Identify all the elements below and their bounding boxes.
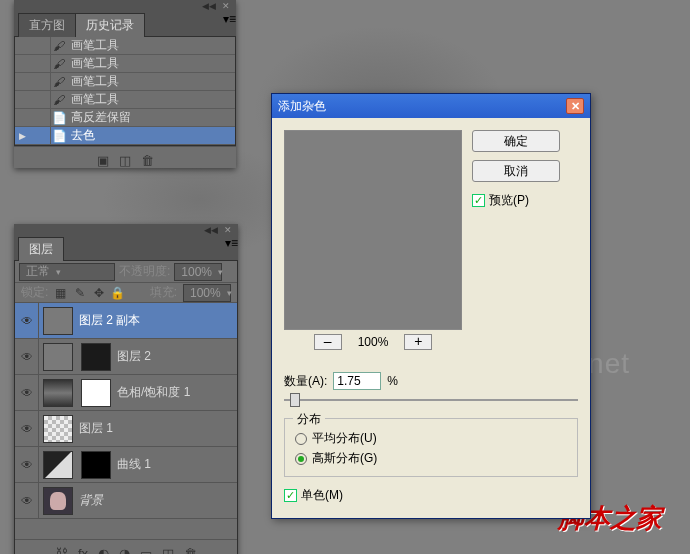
visibility-toggle[interactable]: 👁 bbox=[15, 411, 39, 447]
layer-thumb[interactable] bbox=[81, 451, 111, 479]
layer-thumb[interactable] bbox=[43, 415, 73, 443]
mask-icon[interactable]: ◐ bbox=[98, 546, 109, 554]
layers-footer: ⛓ fx ◐ ◑ ▭ ◫ 🗑 bbox=[15, 539, 237, 554]
new-doc-icon[interactable]: ◫ bbox=[119, 153, 131, 168]
preview-image[interactable] bbox=[284, 130, 462, 330]
layer-label: 图层 2 bbox=[115, 348, 151, 365]
close-icon[interactable]: ✕ bbox=[224, 225, 232, 235]
mono-label: 单色(M) bbox=[301, 487, 343, 504]
ok-button[interactable]: 确定 bbox=[472, 130, 560, 152]
add-noise-dialog: 添加杂色 ✕ – 100% + 确定 取消 ✓ 预览(P) 数量(A): % bbox=[271, 93, 591, 519]
layer-thumb[interactable] bbox=[43, 487, 73, 515]
visibility-toggle[interactable]: 👁 bbox=[15, 303, 39, 339]
history-item-label: 画笔工具 bbox=[67, 73, 119, 90]
history-item[interactable]: 🖌画笔工具 bbox=[15, 73, 235, 91]
tab-histogram[interactable]: 直方图 bbox=[18, 13, 76, 37]
lock-all-icon[interactable]: 🔒 bbox=[111, 286, 124, 299]
history-item-label: 去色 bbox=[67, 127, 95, 144]
layer-thumb[interactable] bbox=[81, 379, 111, 407]
adjustment-icon[interactable]: ◑ bbox=[119, 546, 130, 554]
uniform-radio[interactable] bbox=[295, 433, 307, 445]
zoom-in-button[interactable]: + bbox=[404, 334, 432, 350]
new-layer-icon[interactable]: ◫ bbox=[162, 546, 174, 554]
trash-icon[interactable]: 🗑 bbox=[184, 546, 197, 554]
layer-thumb[interactable] bbox=[43, 307, 73, 335]
distribution-label: 分布 bbox=[293, 411, 325, 428]
cancel-button[interactable]: 取消 bbox=[472, 160, 560, 182]
mono-checkbox[interactable]: ✓ bbox=[284, 489, 297, 502]
opacity-input[interactable]: 100% bbox=[174, 263, 222, 281]
preview-checkbox[interactable]: ✓ bbox=[472, 194, 485, 207]
layer-thumb[interactable] bbox=[43, 379, 73, 407]
layer-label: 曲线 1 bbox=[115, 456, 151, 473]
fx-icon[interactable]: fx bbox=[78, 546, 88, 554]
delete-icon[interactable]: 🗑 bbox=[141, 153, 154, 168]
panel-menu-icon[interactable]: ▾≡ bbox=[225, 236, 238, 260]
layer-thumb[interactable] bbox=[43, 451, 73, 479]
brush-icon: 🖌 bbox=[51, 75, 67, 89]
zoom-out-button[interactable]: – bbox=[314, 334, 342, 350]
amount-slider[interactable] bbox=[284, 392, 578, 408]
new-snapshot-icon[interactable]: ▣ bbox=[97, 153, 109, 168]
layer-row[interactable]: 👁图层 1 bbox=[15, 411, 237, 447]
dialog-title: 添加杂色 bbox=[278, 98, 326, 115]
lock-paint-icon[interactable]: ✎ bbox=[73, 286, 86, 299]
fill-input[interactable]: 100% bbox=[183, 284, 231, 302]
link-icon[interactable]: ⛓ bbox=[55, 546, 68, 554]
layer-row[interactable]: 👁曲线 1 bbox=[15, 447, 237, 483]
collapse-icon[interactable]: ◀◀ bbox=[202, 1, 216, 11]
amount-input[interactable] bbox=[333, 372, 381, 390]
fill-label: 填充: bbox=[150, 284, 177, 301]
uniform-label: 平均分布(U) bbox=[312, 430, 377, 447]
visibility-toggle[interactable]: 👁 bbox=[15, 447, 39, 483]
layer-thumb[interactable] bbox=[81, 343, 111, 371]
layer-row[interactable]: 👁色相/饱和度 1 bbox=[15, 375, 237, 411]
history-item[interactable]: 🖌画笔工具 bbox=[15, 55, 235, 73]
brush-icon: 🖌 bbox=[51, 93, 67, 107]
history-item[interactable]: ▶📄去色 bbox=[15, 127, 235, 145]
zoom-value: 100% bbox=[358, 335, 389, 349]
history-item-label: 画笔工具 bbox=[67, 37, 119, 54]
brush-icon: 🖌 bbox=[51, 57, 67, 71]
layer-label: 图层 1 bbox=[77, 420, 113, 437]
group-icon[interactable]: ▭ bbox=[140, 546, 152, 554]
layers-panel: ◀◀ ✕ 图层 ▾≡ 正常 不透明度: 100% 锁定: ▦ ✎ ✥ 🔒 填充:… bbox=[14, 224, 238, 554]
blend-mode-select[interactable]: 正常 bbox=[19, 263, 115, 281]
layer-thumb[interactable] bbox=[43, 343, 73, 371]
panel-header[interactable]: ◀◀ ✕ bbox=[14, 0, 236, 12]
visibility-toggle[interactable]: 👁 bbox=[15, 339, 39, 375]
lock-trans-icon[interactable]: ▦ bbox=[54, 286, 67, 299]
opacity-label: 不透明度: bbox=[119, 263, 170, 280]
layer-label: 图层 2 副本 bbox=[77, 312, 140, 329]
file-icon: 📄 bbox=[51, 129, 67, 143]
tab-layers[interactable]: 图层 bbox=[18, 237, 64, 261]
panel-header[interactable]: ◀◀ ✕ bbox=[14, 224, 238, 236]
history-item-label: 高反差保留 bbox=[67, 109, 131, 126]
layer-row[interactable]: 👁图层 2 副本 bbox=[15, 303, 237, 339]
preview-checkbox-label: 预览(P) bbox=[489, 192, 529, 209]
layer-label: 色相/饱和度 1 bbox=[115, 384, 190, 401]
dialog-close-button[interactable]: ✕ bbox=[566, 98, 584, 114]
gaussian-radio[interactable] bbox=[295, 453, 307, 465]
layer-row[interactable]: 👁图层 2 bbox=[15, 339, 237, 375]
panel-menu-icon[interactable]: ▾≡ bbox=[223, 12, 236, 36]
visibility-toggle[interactable]: 👁 bbox=[15, 483, 39, 519]
gaussian-label: 高斯分布(G) bbox=[312, 450, 377, 467]
history-item-label: 画笔工具 bbox=[67, 91, 119, 108]
layer-label: 背景 bbox=[77, 492, 103, 509]
history-item-label: 画笔工具 bbox=[67, 55, 119, 72]
collapse-icon[interactable]: ◀◀ bbox=[204, 225, 218, 235]
amount-label: 数量(A): bbox=[284, 373, 327, 390]
history-item[interactable]: 🖌画笔工具 bbox=[15, 37, 235, 55]
close-icon[interactable]: ✕ bbox=[222, 1, 230, 11]
dialog-titlebar[interactable]: 添加杂色 ✕ bbox=[272, 94, 590, 118]
visibility-toggle[interactable]: 👁 bbox=[15, 375, 39, 411]
history-panel: ◀◀ ✕ 直方图 历史记录 ▾≡ 🖌画笔工具🖌画笔工具🖌画笔工具🖌画笔工具📄高反… bbox=[14, 0, 236, 168]
history-item[interactable]: 🖌画笔工具 bbox=[15, 91, 235, 109]
lock-move-icon[interactable]: ✥ bbox=[92, 286, 105, 299]
history-item[interactable]: 📄高反差保留 bbox=[15, 109, 235, 127]
tab-history[interactable]: 历史记录 bbox=[75, 13, 145, 37]
brush-icon: 🖌 bbox=[51, 39, 67, 53]
lock-label: 锁定: bbox=[21, 284, 48, 301]
layer-row[interactable]: 👁背景 bbox=[15, 483, 237, 519]
